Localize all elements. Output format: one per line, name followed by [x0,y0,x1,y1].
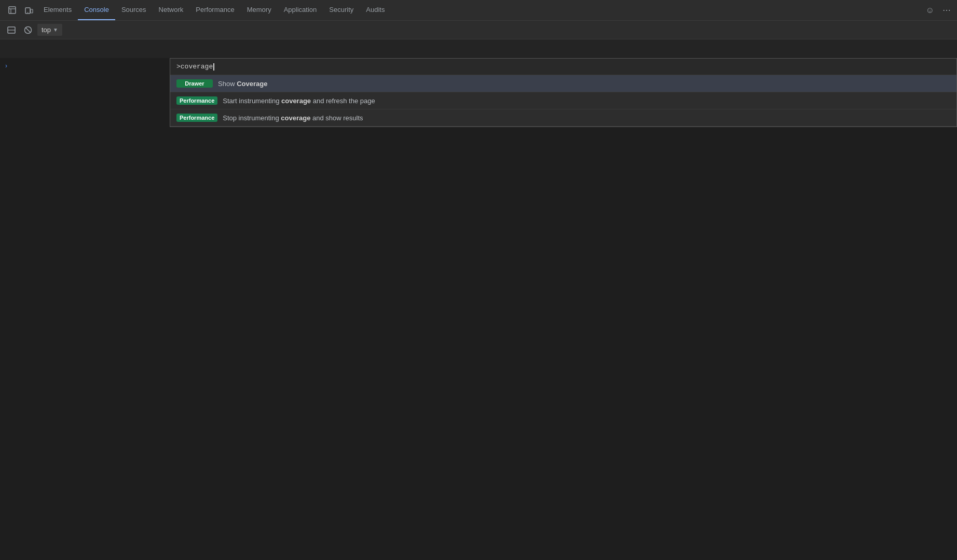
tab-security[interactable]: Security [323,0,360,20]
svg-rect-2 [31,9,33,13]
panel-toggle-icon[interactable] [4,24,19,36]
console-input-text: >coverage [176,63,213,71]
tab-audits[interactable]: Audits [360,0,391,20]
autocomplete-item-drawer-coverage[interactable]: Drawer Show Coverage [170,75,956,92]
tab-performance[interactable]: Performance [189,0,240,20]
context-value: top [42,26,51,34]
tab-console[interactable]: Console [78,0,115,20]
tab-elements[interactable]: Elements [37,0,78,20]
devtools-navbar: Elements Console Sources Network Perform… [0,0,957,21]
autocomplete-item-performance-start[interactable]: Performance Start instrumenting coverage… [170,92,956,109]
more-options-icon[interactable]: ⋯ [940,3,953,17]
console-autocomplete-panel: >coverage Drawer Show Coverage Performan… [170,58,957,127]
svg-point-3 [28,12,29,13]
svg-rect-0 [9,7,16,13]
smiley-icon[interactable]: ☺ [924,4,936,17]
svg-line-6 [25,27,31,33]
tab-memory[interactable]: Memory [241,0,278,20]
text-cursor [213,63,214,71]
badge-drawer: Drawer [176,79,213,88]
main-content-area: › >coverage Drawer Show Coverage Perform… [0,58,957,560]
tab-sources[interactable]: Sources [115,0,153,20]
chevron-down-icon: ▼ [53,27,58,33]
autocomplete-item-text-0: Show Coverage [218,80,267,88]
autocomplete-item-text-2: Stop instrumenting coverage and show res… [223,114,363,122]
badge-performance-2: Performance [176,114,217,122]
console-toolbar: top ▼ [0,21,957,39]
autocomplete-list: Drawer Show Coverage Performance Start i… [170,75,956,127]
console-input-row[interactable]: >coverage [170,59,956,75]
inspector-icon[interactable] [4,0,21,20]
nav-right-group: ☺ ⋯ [924,3,953,17]
context-selector[interactable]: top ▼ [37,24,62,36]
autocomplete-item-text-1: Start instrumenting coverage and refresh… [223,97,375,105]
autocomplete-item-performance-stop[interactable]: Performance Stop instrumenting coverage … [170,109,956,127]
badge-performance-1: Performance [176,96,217,105]
tab-network[interactable]: Network [153,0,190,20]
clear-console-icon[interactable] [21,24,35,36]
device-mode-icon[interactable] [21,0,37,20]
tab-application[interactable]: Application [278,0,323,20]
